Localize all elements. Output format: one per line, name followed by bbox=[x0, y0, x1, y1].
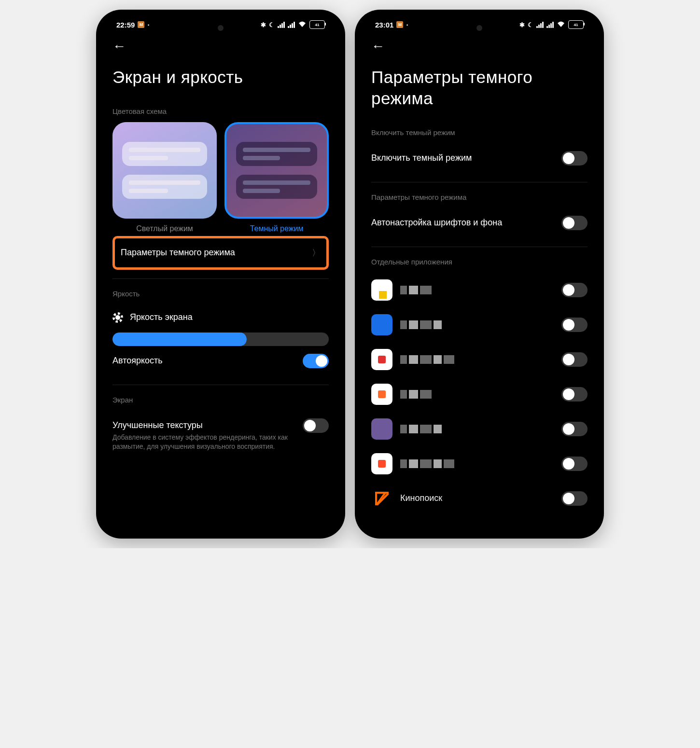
app-dark-toggle[interactable] bbox=[561, 352, 588, 367]
app-row bbox=[371, 377, 588, 412]
app-row bbox=[371, 273, 588, 307]
chevron-right-icon: 〉 bbox=[312, 247, 321, 259]
page-title: Экран и яркость bbox=[100, 56, 341, 97]
app-icon bbox=[371, 279, 392, 301]
app-name-label bbox=[400, 425, 554, 433]
notification-icon: M bbox=[396, 21, 403, 28]
app-dark-toggle[interactable] bbox=[561, 491, 588, 506]
enhanced-textures-sub: Добавление в систему эффектов рендеринга… bbox=[112, 433, 329, 451]
phone-right: 23:01 M · ✱ ☾ 41 ← Параметры темного реж… bbox=[355, 10, 604, 539]
divider bbox=[371, 182, 588, 182]
app-dark-toggle[interactable] bbox=[561, 283, 588, 297]
bluetooth-icon: ✱ bbox=[261, 21, 266, 28]
app-dark-toggle[interactable] bbox=[561, 422, 588, 436]
enable-dark-toggle[interactable] bbox=[561, 151, 588, 166]
battery-icon: 41 bbox=[309, 20, 325, 29]
light-mode-label: Светлый режим bbox=[136, 224, 193, 233]
app-icon bbox=[371, 349, 392, 370]
app-row bbox=[371, 307, 588, 342]
app-row bbox=[371, 446, 588, 481]
app-icon bbox=[371, 418, 392, 440]
more-dot: · bbox=[147, 21, 149, 29]
notification-icon: M bbox=[138, 21, 144, 28]
app-row: Кинопоиск bbox=[371, 481, 588, 516]
light-mode-card[interactable]: Светлый режим bbox=[112, 122, 217, 233]
brightness-slider[interactable] bbox=[112, 332, 329, 346]
dark-mode-label: Темный режим bbox=[250, 224, 304, 233]
signal-1-icon bbox=[536, 22, 544, 28]
brightness-fill bbox=[112, 332, 247, 346]
signal-1-icon bbox=[278, 22, 285, 28]
screen-left: 22:59 M · ✱ ☾ 41 ← Экран и яркость Цвето… bbox=[100, 14, 341, 535]
more-dot: · bbox=[406, 21, 408, 29]
wifi-icon bbox=[298, 21, 307, 29]
screen-right: 23:01 M · ✱ ☾ 41 ← Параметры темного реж… bbox=[359, 14, 600, 535]
app-icon bbox=[371, 488, 392, 509]
clock: 23:01 bbox=[375, 21, 393, 29]
dark-mode-card[interactable]: Темный режим bbox=[224, 122, 329, 233]
auto-brightness-label: Автояркость bbox=[112, 356, 163, 366]
bluetooth-icon: ✱ bbox=[519, 21, 525, 28]
statusbar: 22:59 M · ✱ ☾ 41 bbox=[100, 14, 341, 32]
app-icon bbox=[371, 453, 392, 474]
auto-adjust-label: Автонастройка шрифтов и фона bbox=[371, 218, 502, 228]
app-row bbox=[371, 342, 588, 377]
section-enable-dark: Включить темный режим bbox=[371, 128, 588, 137]
wifi-icon bbox=[557, 21, 565, 29]
clock: 22:59 bbox=[116, 21, 135, 29]
section-individual-apps: Отдельные приложения bbox=[371, 258, 588, 266]
page-title: Параметры темного режима bbox=[359, 56, 600, 118]
enhanced-textures-label: Улучшенные текстуры bbox=[112, 420, 203, 430]
app-name-label bbox=[400, 320, 554, 329]
app-name-label: Кинопоиск bbox=[400, 493, 554, 503]
dark-mode-settings-label: Параметры темного режима bbox=[121, 248, 235, 258]
dark-mode-settings-row[interactable]: Параметры темного режима 〉 bbox=[112, 236, 329, 270]
statusbar: 23:01 M · ✱ ☾ 41 bbox=[359, 14, 600, 32]
app-name-label bbox=[400, 390, 554, 399]
auto-adjust-toggle[interactable] bbox=[561, 216, 588, 230]
app-icon bbox=[371, 384, 392, 405]
signal-2-icon bbox=[288, 22, 295, 28]
back-button[interactable]: ← bbox=[371, 39, 385, 54]
divider bbox=[112, 385, 329, 385]
section-brightness: Яркость bbox=[112, 290, 329, 298]
auto-brightness-toggle[interactable] bbox=[303, 354, 329, 368]
back-button[interactable]: ← bbox=[112, 39, 126, 54]
app-dark-toggle[interactable] bbox=[561, 457, 588, 471]
divider bbox=[371, 247, 588, 247]
divider bbox=[112, 278, 329, 279]
app-row bbox=[371, 412, 588, 446]
signal-2-icon bbox=[546, 22, 554, 28]
enhanced-textures-toggle[interactable] bbox=[303, 418, 329, 433]
app-name-label bbox=[400, 286, 554, 294]
phone-left: 22:59 M · ✱ ☾ 41 ← Экран и яркость Цвето… bbox=[96, 10, 345, 539]
enable-dark-label: Включить темный режим bbox=[371, 153, 472, 163]
section-dark-params: Параметры темного режима bbox=[371, 193, 588, 201]
app-dark-toggle[interactable] bbox=[561, 387, 588, 402]
brightness-icon bbox=[112, 312, 123, 323]
dark-preview bbox=[224, 122, 329, 219]
dnd-icon: ☾ bbox=[269, 21, 275, 28]
app-name-label bbox=[400, 355, 554, 364]
brightness-label: Яркость экрана bbox=[130, 312, 193, 322]
battery-icon: 41 bbox=[568, 20, 584, 29]
dnd-icon: ☾ bbox=[528, 21, 533, 28]
section-screen: Экран bbox=[112, 396, 329, 404]
app-name-label bbox=[400, 459, 554, 468]
app-dark-toggle[interactable] bbox=[561, 318, 588, 332]
light-preview bbox=[112, 122, 217, 219]
section-color-scheme: Цветовая схема bbox=[112, 107, 329, 115]
app-icon bbox=[371, 314, 392, 335]
